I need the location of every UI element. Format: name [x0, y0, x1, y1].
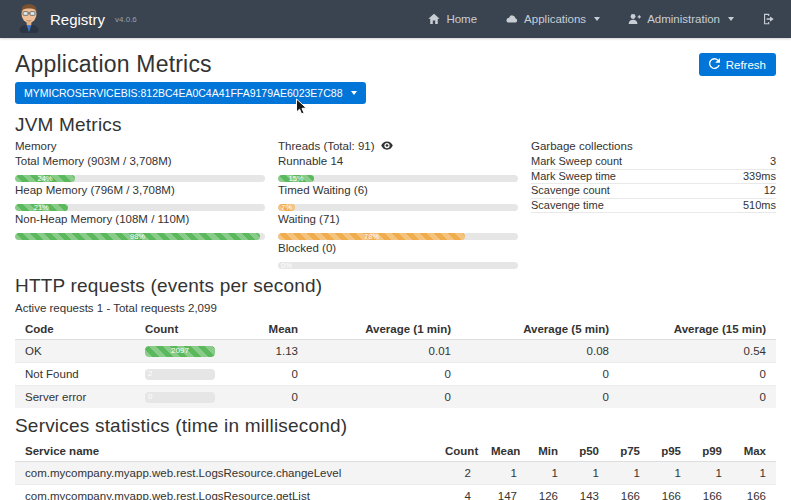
progress-bar: 7% [278, 204, 518, 211]
progress-percent-label: 21% [34, 204, 49, 211]
gc-label: Scavenge count [531, 184, 610, 197]
gc-label: Scavenge time [531, 199, 604, 212]
count-label: 0 [148, 393, 152, 401]
header-service-name: Service name [15, 441, 435, 462]
http-code-cell: Server error [15, 386, 135, 409]
service-p95-cell: 1 [650, 462, 691, 485]
http-avg5-cell: 0.08 [461, 340, 619, 363]
metric-label: Heap Memory (796M / 3,708M) [15, 184, 265, 197]
progress-bar: 98% [15, 233, 265, 240]
http-requests-subtitle: Active requests 1 - Total requests 2,099 [15, 302, 776, 314]
metric-label: Total Memory (903M / 3,708M) [15, 155, 265, 168]
metric-bar-group: Blocked (0) 0% [278, 242, 518, 269]
refresh-button[interactable]: Refresh [699, 53, 776, 76]
header-mean: Mean [481, 441, 527, 462]
metric-bar-group: Total Memory (903M / 3,708M) 24% [15, 155, 265, 182]
progress-percent-label: 78% [364, 233, 379, 240]
service-min-cell: 1 [527, 462, 568, 485]
count-progress-bar: 0 [145, 392, 215, 403]
services-statistics-title: Services statistics (time in millisecond… [15, 415, 776, 437]
header-avg-5min: Average (5 min) [461, 319, 619, 340]
mouse-cursor [295, 98, 309, 118]
services-table-row: com.mycompany.myapp.web.rest.LogsResourc… [15, 485, 776, 500]
refresh-icon [709, 58, 720, 71]
eye-icon[interactable] [381, 140, 393, 152]
navbar: Registry v4.0.6 Home Applications Admini… [0, 0, 791, 38]
http-mean-cell: 0 [253, 386, 308, 409]
service-count-cell: 4 [435, 485, 481, 500]
http-table-row: Not Found 2 0 0 0 0 [15, 363, 776, 386]
http-avg15-cell: 0 [619, 386, 776, 409]
http-requests-table: Code Count Mean Average (1 min) Average … [15, 319, 776, 408]
gc-value: 12 [764, 184, 776, 197]
gc-row: Scavenge time 510ms [531, 199, 776, 214]
progress-bar: 0% [278, 262, 518, 269]
http-table-row: Server error 0 0 0 0 0 [15, 386, 776, 409]
page-title: Application Metrics [15, 51, 212, 78]
header-code: Code [15, 319, 135, 340]
http-count-cell: 0 [135, 386, 253, 409]
service-name-cell: com.mycompany.myapp.web.rest.LogsResourc… [15, 462, 435, 485]
nav-label-applications: Applications [524, 13, 586, 25]
metric-bar-group: Timed Waiting (6) 7% [278, 184, 518, 211]
service-p75-cell: 166 [609, 485, 650, 500]
brand-link[interactable]: Registry v4.0.6 [16, 3, 137, 35]
header-avg-1min: Average (1 min) [308, 319, 461, 340]
gc-label: Mark Sweep count [531, 155, 622, 168]
threads-title-text: Threads (Total: 91) [278, 140, 375, 152]
nav-item-home[interactable]: Home [428, 13, 477, 25]
service-max-cell: 166 [732, 485, 776, 500]
metric-bar-group: Waiting (71) 78% [278, 213, 518, 240]
http-avg5-cell: 0 [461, 386, 619, 409]
sign-out-button[interactable] [762, 13, 775, 25]
http-code-cell: Not Found [15, 363, 135, 386]
http-requests-title: HTTP requests (events per second) [15, 275, 776, 297]
progress-percent-label: 24% [37, 175, 52, 182]
service-p95-cell: 166 [650, 485, 691, 500]
progress-percent-label: 7% [281, 204, 292, 211]
header-p99: p99 [691, 441, 732, 462]
service-p99-cell: 1 [691, 462, 732, 485]
threads-title: Threads (Total: 91) [278, 140, 518, 152]
service-count-cell: 2 [435, 462, 481, 485]
metric-label: Runnable 14 [278, 155, 518, 168]
gc-value: 339ms [743, 170, 776, 183]
jvm-metrics-title: JVM Metrics [15, 114, 776, 136]
service-p75-cell: 1 [609, 462, 650, 485]
header-p95: p95 [650, 441, 691, 462]
header-min: Min [527, 441, 568, 462]
count-label: 2097 [171, 347, 189, 355]
brand-version: v4.0.6 [115, 15, 137, 24]
sign-out-icon [762, 13, 775, 25]
http-mean-cell: 0 [253, 363, 308, 386]
metric-label: Timed Waiting (6) [278, 184, 518, 197]
service-p50-cell: 143 [568, 485, 609, 500]
metric-bar-group: Heap Memory (796M / 3,708M) 21% [15, 184, 265, 211]
http-table-header-row: Code Count Mean Average (1 min) Average … [15, 319, 776, 340]
count-progress-bar: 2097 [145, 346, 215, 357]
gc-value: 510ms [743, 199, 776, 212]
service-max-cell: 1 [732, 462, 776, 485]
metric-label: Waiting (71) [278, 213, 518, 226]
gc-row: Mark Sweep count 3 [531, 155, 776, 170]
http-avg1-cell: 0 [308, 363, 461, 386]
count-progress-bar: 2 [145, 369, 215, 380]
http-avg1-cell: 0.01 [308, 340, 461, 363]
metric-bar-group: Non-Heap Memory (108M / 110M) 98% [15, 213, 265, 240]
nav-item-administration[interactable]: Administration [628, 13, 734, 25]
progress-percent-label: 98% [130, 233, 145, 240]
progress-bar: 21% [15, 204, 265, 211]
http-avg5-cell: 0 [461, 363, 619, 386]
caret-down-icon [594, 17, 600, 21]
count-label: 2 [148, 370, 152, 378]
http-table-row: OK 2097 1.13 0.01 0.08 0.54 [15, 340, 776, 363]
nav-item-applications[interactable]: Applications [505, 13, 600, 25]
nav-label-home: Home [446, 13, 477, 25]
progress-percent-label: 15% [288, 175, 303, 182]
instance-selector-dropdown[interactable]: MYMICROSERVICEBIS:812BC4EA0C4A41FFA9179A… [15, 82, 366, 104]
gc-title: Garbage collections [531, 140, 776, 152]
header-p75: p75 [609, 441, 650, 462]
service-min-cell: 126 [527, 485, 568, 500]
gc-row: Mark Sweep time 339ms [531, 170, 776, 185]
home-icon [428, 13, 440, 25]
